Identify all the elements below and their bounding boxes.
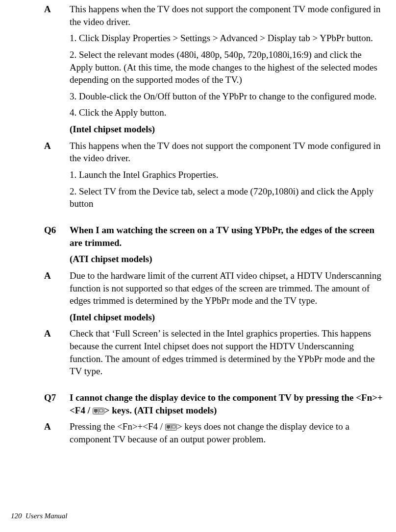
chipset-note: (Intel chipset models) [70,123,385,136]
step-row: 2. Select the relevant modes (480i, 480p… [44,48,385,86]
answer-block: A Check that ‘Full Screen’ is selected i… [44,327,385,378]
question-label: Q6 [44,224,70,237]
question-text: When I am watching the screen on a TV us… [70,224,385,249]
page-footer: 120 Users Manual [11,512,67,520]
answer-label: A [44,140,70,152]
step-row: 2. Select TV from the Device tab, select… [44,185,385,210]
display-switch-icon [93,408,104,414]
step-text: 1. Launch the Intel Graphics Properties. [70,169,385,181]
display-switch-icon [165,424,177,431]
svg-rect-1 [94,409,98,412]
step-text: 2. Select the relevant modes (480i, 480p… [70,48,385,86]
chipset-note: (Intel chipset models) [70,311,385,324]
manual-title: Users Manual [25,512,67,520]
step-text: 4. Click the Apply button. [70,106,385,119]
answer-block: A This happens when the TV does not supp… [44,3,385,28]
question-text: I cannot change the display device to th… [70,391,385,416]
answer-label: A [44,327,70,340]
note-row: (Intel chipset models) [44,123,385,136]
svg-rect-7 [168,429,169,430]
answer-label: A [44,420,70,433]
section-spacer [44,382,385,391]
step-row: 4. Click the Apply button. [44,106,385,119]
section-spacer [44,214,385,224]
answer-text: Check that ‘Full Screen’ is selected in … [70,327,385,378]
manual-page: A This happens when the TV does not supp… [0,0,396,532]
step-row: 1. Launch the Intel Graphics Properties. [44,169,385,181]
answer-block: A Pressing the <Fn>+<F4 / > keys does no… [44,420,385,445]
step-text: 3. Double-click the On/Off button of the… [70,90,385,103]
answer-block: A Due to the hardware limit of the curre… [44,269,385,307]
answer-text: Due to the hardware limit of the current… [70,269,385,307]
q7-a-before: Pressing the <Fn>+<F4 / [70,421,165,432]
question-block: Q7 I cannot change the display device to… [44,391,385,416]
chipset-note: (ATI chipset models) [70,253,385,266]
q7-text-after: > keys. (ATI chipset models) [104,405,217,415]
step-text: 1. Click Display Properties > Settings >… [70,32,385,45]
answer-label: A [44,269,70,282]
note-row: (Intel chipset models) [44,311,385,324]
question-label: Q7 [44,391,70,404]
answer-text: This happens when the TV does not suppor… [70,140,385,165]
answer-text: This happens when the TV does not suppor… [70,3,385,28]
page-number: 120 [11,512,22,520]
svg-rect-6 [167,425,170,428]
answer-text: Pressing the <Fn>+<F4 / > keys does not … [70,420,385,445]
answer-label: A [44,3,70,16]
step-row: 1. Click Display Properties > Settings >… [44,32,385,45]
step-row: 3. Double-click the On/Off button of the… [44,90,385,103]
answer-block: A This happens when the TV does not supp… [44,140,385,165]
question-block: Q6 When I am watching the screen on a TV… [44,224,385,249]
svg-rect-2 [95,412,97,413]
step-text: 2. Select TV from the Device tab, select… [70,185,385,210]
note-row: (ATI chipset models) [44,253,385,266]
